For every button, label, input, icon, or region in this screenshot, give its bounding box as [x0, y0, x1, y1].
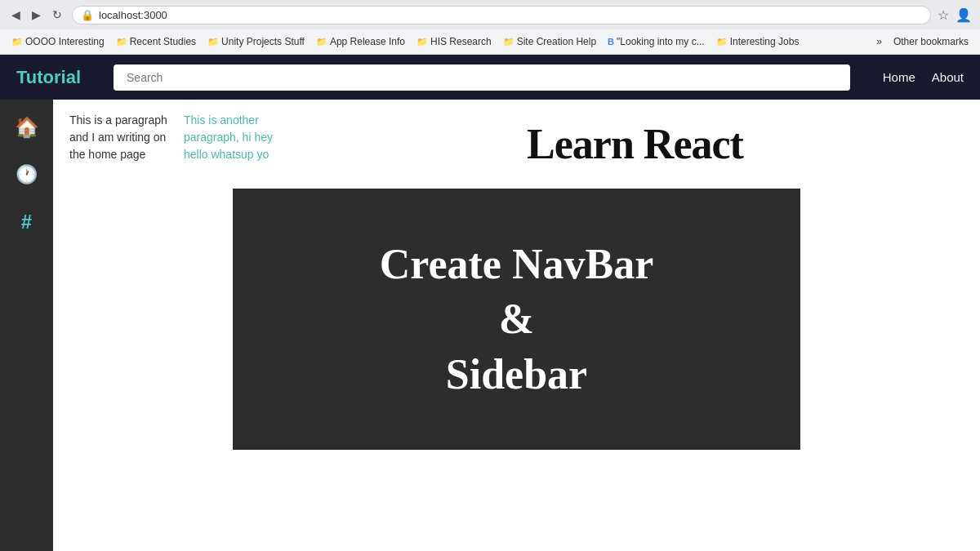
app-layout: 🏠 🕐 # This is a paragraph and I am writi…	[0, 100, 980, 551]
bookmark-unity[interactable]: 📁 Unity Projects Stuff	[203, 34, 310, 49]
bookmark-folder-icon: 📁	[716, 37, 728, 47]
bookmark-folder-icon: 📁	[316, 37, 327, 47]
bookmark-folder-icon: 📁	[503, 37, 514, 47]
banner-line2: &	[380, 291, 654, 347]
banner-text: Create NavBar & Sidebar	[380, 237, 654, 402]
sidebar-item-home[interactable]: 🏠	[7, 108, 47, 147]
sidebar: 🏠 🕐 #	[0, 100, 53, 551]
hash-icon: #	[21, 211, 32, 233]
hero-title: Learn React	[306, 112, 964, 168]
bookmark-label: App Release Info	[330, 36, 405, 47]
forward-button[interactable]: ▶	[29, 7, 44, 23]
content-top: This is a paragraph and I am writing on …	[53, 100, 980, 180]
star-button[interactable]: ☆	[938, 7, 949, 23]
home-icon: 🏠	[15, 116, 39, 139]
bookmark-label: HIS Research	[430, 36, 492, 47]
bookmark-folder-icon: 📁	[416, 37, 428, 47]
bookmark-b-icon: B	[608, 37, 614, 47]
navbar-links: Home About	[883, 70, 964, 84]
banner-line3: Sidebar	[380, 347, 654, 402]
banner: Create NavBar & Sidebar	[233, 189, 800, 450]
nav-about-link[interactable]: About	[932, 70, 964, 84]
browser-titlebar: ◀ ▶ ↻ 🔒 localhost:3000 ☆ 👤	[0, 0, 980, 29]
banner-line1: Create NavBar	[380, 237, 654, 292]
bookmark-label: "Looking into my c...	[617, 36, 705, 47]
back-button[interactable]: ◀	[8, 7, 24, 23]
nav-home-link[interactable]: Home	[883, 70, 915, 84]
bookmark-looking[interactable]: B "Looking into my c...	[603, 34, 710, 49]
sidebar-item-recent[interactable]: 🕐	[7, 155, 47, 194]
bookmark-label: Site Creation Help	[517, 36, 596, 47]
bookmark-folder-icon: 📁	[11, 37, 23, 47]
lock-icon: 🔒	[81, 9, 94, 21]
bookmark-interesting[interactable]: 📁 OOOO Interesting	[7, 34, 109, 49]
bookmark-label: Unity Projects Stuff	[221, 36, 305, 47]
address-text: localhost:3000	[99, 9, 167, 21]
bookmark-label: OOOO Interesting	[25, 36, 105, 47]
bookmark-his-research[interactable]: 📁 HIS Research	[412, 34, 497, 49]
navbar-brand: Tutorial	[16, 67, 81, 88]
browser-controls: ◀ ▶ ↻	[8, 7, 65, 23]
bookmark-recent-studies[interactable]: 📁 Recent Studies	[111, 34, 201, 49]
refresh-button[interactable]: ↻	[49, 7, 65, 23]
search-input[interactable]	[114, 64, 850, 91]
browser-chrome: ◀ ▶ ↻ 🔒 localhost:3000 ☆ 👤 📁 OOOO Intere…	[0, 0, 980, 55]
navbar: Tutorial Home About	[0, 55, 980, 100]
clock-icon: 🕐	[16, 164, 38, 185]
bookmark-jobs[interactable]: 📁 Interesting Jobs	[711, 34, 804, 49]
profile-button[interactable]: 👤	[956, 7, 972, 23]
bookmarks-bar: 📁 OOOO Interesting 📁 Recent Studies 📁 Un…	[0, 29, 980, 54]
paragraph-left: This is a paragraph and I am writing on …	[69, 112, 167, 168]
main-content: This is a paragraph and I am writing on …	[53, 100, 980, 551]
bookmark-folder-icon: 📁	[207, 37, 219, 47]
bookmark-folder-icon: 📁	[116, 37, 127, 47]
sidebar-item-tags[interactable]: #	[7, 202, 47, 242]
address-bar[interactable]: 🔒 localhost:3000	[72, 6, 931, 24]
bookmark-label: Recent Studies	[130, 36, 196, 47]
bookmark-site-creation[interactable]: 📁 Site Creation Help	[498, 34, 601, 49]
bookmarks-more-button[interactable]: »	[871, 34, 887, 49]
navbar-search	[114, 64, 850, 91]
bookmark-app-release[interactable]: 📁 App Release Info	[311, 34, 410, 49]
other-bookmarks-button[interactable]: Other bookmarks	[889, 34, 973, 49]
bookmark-label: Interesting Jobs	[730, 36, 800, 47]
paragraph-right: This is another paragraph, hi hey hello …	[184, 112, 290, 168]
